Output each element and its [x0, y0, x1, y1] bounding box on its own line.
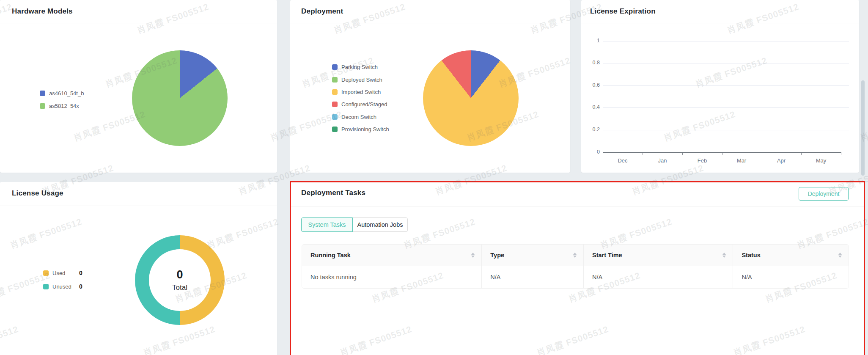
- hardware-models-legend: as4610_54t_b as5812_54x: [40, 87, 84, 112]
- legend-swatch: [332, 114, 338, 120]
- panel-header-divider: [291, 206, 864, 206]
- legend-item-label: Parking Switch: [341, 64, 378, 70]
- legend-swatch: [43, 284, 49, 289]
- donut-center: 0 Total: [149, 249, 211, 311]
- tasks-table: Running Task Type Start Time Status No t…: [302, 244, 849, 289]
- legend-item-label: Provisioning Switch: [341, 126, 389, 132]
- legend-swatch: [43, 270, 49, 276]
- x-axis-tick-label: May: [808, 157, 835, 164]
- x-axis-tick: [801, 153, 802, 155]
- sort-icon: [471, 251, 475, 259]
- legend-item-label: Configured/Staged: [341, 101, 387, 107]
- panel-title-deployment-tasks: Deployment Tasks: [301, 189, 365, 197]
- legend-item[interactable]: Configured/Staged: [332, 98, 389, 110]
- hardware-models-pie-chart[interactable]: [132, 50, 228, 146]
- legend-item-label: as5812_54x: [49, 103, 79, 109]
- x-axis-tick-label: Apr: [768, 157, 795, 164]
- column-header-type[interactable]: Type: [482, 245, 584, 266]
- x-axis-tick-label: Feb: [689, 157, 716, 164]
- panel-header-divider: [0, 206, 277, 206]
- y-axis-tick-label: 0.6: [585, 82, 600, 88]
- panel-deployment-tasks: Deployment Tasks Deployment System Tasks…: [290, 181, 865, 355]
- panel-header-divider: [290, 24, 570, 24]
- legend-item-value: 0: [79, 270, 82, 276]
- legend-item[interactable]: Used 0: [43, 266, 82, 280]
- sort-icon: [722, 251, 726, 259]
- dashboard-page: Hardware Models as4610_54t_b as5812_54x …: [0, 0, 868, 355]
- cell-running-task: No tasks running: [302, 266, 482, 288]
- legend-item[interactable]: Imported Switch: [332, 86, 389, 98]
- x-axis-tick: [682, 153, 683, 155]
- cell-start-time: N/A: [584, 266, 733, 288]
- x-axis-tick: [643, 153, 643, 155]
- table-row: No tasks running N/A N/A N/A: [302, 266, 849, 288]
- x-axis-tick-label: Dec: [609, 157, 636, 164]
- gridline: [603, 63, 849, 63]
- x-axis-tick: [841, 153, 841, 155]
- legend-item[interactable]: Provisioning Switch: [332, 123, 389, 135]
- sort-icon: [573, 251, 577, 259]
- legend-swatch: [332, 89, 338, 95]
- cell-status: N/A: [733, 266, 849, 288]
- legend-item-label: Deployed Switch: [341, 77, 382, 83]
- gridline: [603, 107, 849, 108]
- legend-swatch: [40, 103, 45, 109]
- panel-hardware-models: Hardware Models as4610_54t_b as5812_54x: [0, 0, 277, 173]
- gridline: [603, 41, 849, 41]
- panel-title-hardware-models: Hardware Models: [12, 7, 73, 16]
- legend-item-label: Used: [52, 270, 79, 276]
- x-axis-tick: [762, 153, 762, 155]
- x-axis-tick-label: Jan: [649, 157, 676, 164]
- y-axis-tick-label: 0.4: [585, 104, 600, 110]
- panel-title-license-expiration: License Expiration: [590, 7, 656, 16]
- legend-item[interactable]: Parking Switch: [332, 61, 389, 73]
- x-axis-tick: [722, 153, 722, 155]
- legend-item-value: 0: [79, 283, 82, 290]
- column-header-label: Status: [742, 252, 760, 259]
- panel-header-divider: [0, 24, 277, 24]
- column-header-running-task[interactable]: Running Task: [302, 245, 482, 266]
- x-axis-tick-label: Mar: [728, 157, 755, 164]
- legend-item[interactable]: as5812_54x: [40, 100, 84, 113]
- panel-license-usage: License Usage Used 0 Unused 0 0 Total: [0, 182, 277, 355]
- license-usage-legend: Used 0 Unused 0: [43, 266, 82, 293]
- gridline: [603, 130, 849, 130]
- column-header-label: Type: [490, 252, 504, 259]
- donut-total-value: 0: [176, 268, 183, 281]
- y-axis-tick-label: 0: [585, 149, 600, 155]
- deployment-pie-chart[interactable]: [423, 50, 519, 146]
- legend-item-label: Unused: [52, 283, 79, 290]
- legend-item-label: Imported Switch: [341, 89, 381, 95]
- legend-item-label: as4610_54t_b: [49, 90, 84, 96]
- column-header-label: Running Task: [310, 252, 351, 259]
- legend-swatch: [332, 127, 338, 132]
- y-axis-tick-label: 0.2: [585, 127, 600, 132]
- panel-license-expiration: License Expiration 1 0.8 0.6 0.4 0.2 0 D…: [581, 0, 859, 173]
- cell-type: N/A: [482, 266, 584, 288]
- legend-swatch: [40, 91, 45, 96]
- table-header-row: Running Task Type Start Time Status: [302, 245, 849, 266]
- legend-item[interactable]: Unused 0: [43, 280, 82, 293]
- x-axis-tick: [603, 153, 603, 155]
- tab-automation-jobs[interactable]: Automation Jobs: [352, 217, 408, 232]
- panel-title-license-usage: License Usage: [12, 189, 63, 198]
- deployment-legend: Parking Switch Deployed Switch Imported …: [332, 61, 389, 135]
- legend-item-label: Decom Switch: [341, 114, 376, 120]
- y-axis-tick-label: 0.8: [585, 60, 600, 66]
- gridline: [603, 85, 849, 86]
- legend-swatch: [332, 102, 338, 107]
- panel-deployment: Deployment Parking Switch Deployed Switc…: [290, 0, 570, 173]
- y-axis-tick-label: 1: [585, 38, 600, 44]
- tab-system-tasks[interactable]: System Tasks: [301, 217, 353, 232]
- column-header-status[interactable]: Status: [733, 245, 849, 266]
- legend-item[interactable]: Decom Switch: [332, 111, 389, 123]
- column-header-start-time[interactable]: Start Time: [584, 245, 733, 266]
- vertical-scrollbar-thumb[interactable]: [861, 80, 865, 176]
- legend-swatch: [332, 64, 338, 70]
- panel-header-divider: [581, 24, 859, 24]
- deployment-button[interactable]: Deployment: [799, 187, 849, 201]
- donut-total-label: Total: [172, 283, 187, 292]
- legend-item[interactable]: as4610_54t_b: [40, 87, 84, 100]
- legend-item[interactable]: Deployed Switch: [332, 73, 389, 85]
- sort-icon: [838, 251, 842, 259]
